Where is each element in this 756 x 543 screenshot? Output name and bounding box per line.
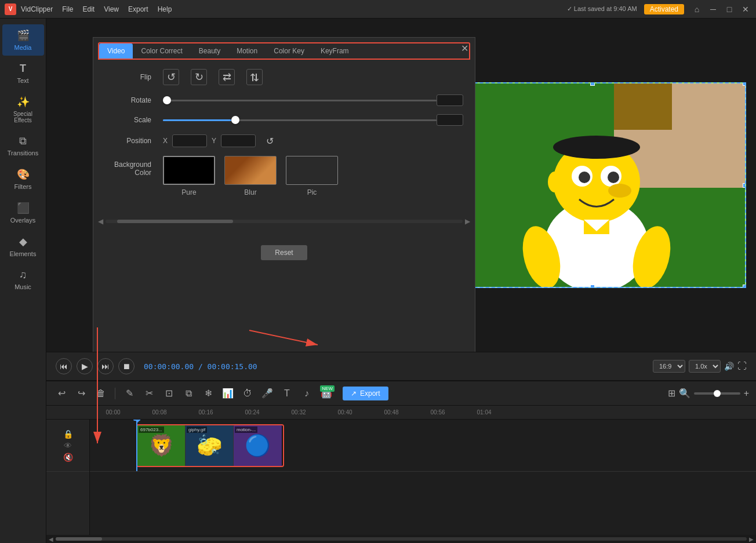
rotate-slider-thumb[interactable] [163,96,171,104]
freeze-button[interactable]: ❄ [200,385,216,402]
rotate-value-input[interactable]: 0 [437,94,463,106]
flip-horizontal-button[interactable]: ⇄ [219,69,235,85]
speed-select[interactable]: 1.0x [689,360,721,373]
pic-swatch-label: Pic [307,188,317,196]
tab-color-key[interactable]: Color Key [266,43,312,59]
tl-scroll-track[interactable] [56,537,747,541]
delete-button[interactable]: 🗑 [93,385,109,402]
position-y-input[interactable]: 0 [221,134,256,147]
undo-button[interactable]: ↩ [53,385,70,402]
music-icon: ♫ [19,269,27,281]
duplicate-button[interactable]: ⧉ [180,385,197,402]
preview-canvas [439,82,746,288]
sidebar-item-overlays[interactable]: ⬛ Overlays [2,197,44,228]
edit-button[interactable]: ✎ [121,385,137,402]
tab-motion[interactable]: Motion [228,43,266,59]
cut-button[interactable]: ✂ [141,385,157,402]
sidebar: 🎬 Media T Text ✨ Special Effects ⧉ Trans… [0,19,46,543]
sidebar-label-transitions: Transitions [8,150,38,156]
activated-badge[interactable]: Activated [644,4,684,14]
expand-icon[interactable]: ⛶ [737,361,747,371]
sidebar-item-transitions[interactable]: ⧉ Transitions [2,130,44,161]
flip-vertical-button[interactable]: ⇄ [246,69,263,85]
position-label: Position [105,137,163,145]
playhead[interactable] [136,420,137,471]
scale-slider-thumb[interactable] [231,116,239,124]
crop-button[interactable]: ⊡ [161,385,177,402]
handle-middle-right[interactable] [743,183,746,188]
reset-button[interactable]: Reset [261,245,307,260]
ai-button[interactable]: 🤖 NEW [318,385,335,402]
text-tool-button[interactable]: T [279,385,295,402]
skip-forward-button[interactable]: ⏭ [97,358,114,374]
track-eye-icon[interactable]: 👁 [64,441,72,450]
menu-help[interactable]: Help [158,5,172,13]
stop-button[interactable]: ⏹ [118,358,135,374]
tl-scroll-left[interactable]: ◀ [49,536,53,542]
tab-beauty[interactable]: Beauty [191,43,228,59]
sidebar-item-elements[interactable]: ◆ Elements [2,231,44,262]
sidebar-item-text[interactable]: T Text [2,58,44,89]
tab-keyframe[interactable]: KeyFram [312,43,357,59]
handle-top-right[interactable] [743,82,746,86]
track-mute-icon[interactable]: 🔇 [63,453,73,462]
play-button[interactable]: ▶ [77,358,93,374]
handle-bottom-right[interactable] [743,285,746,288]
menu-edit[interactable]: Edit [83,5,95,13]
menu-file[interactable]: File [62,5,73,13]
zoom-in-button[interactable]: + [744,388,749,399]
clip-item-2[interactable]: giphy.gif 🧽 [186,425,234,466]
handle-bottom-middle[interactable] [590,285,595,288]
sidebar-item-media[interactable]: 🎬 Media [2,24,44,56]
zoom-slider[interactable] [694,392,740,395]
ruler-mark-2: 00:16 [183,409,229,416]
maximize-icon[interactable]: □ [724,5,735,14]
tl-scroll-thumb[interactable] [56,537,102,541]
scale-label: Scale [105,116,163,124]
menu-export[interactable]: Export [128,5,148,13]
scroll-left-arrow[interactable]: ◀ [98,217,103,225]
skip-back-button[interactable]: ⏮ [56,358,72,374]
mic-button[interactable]: 🎤 [259,385,275,402]
position-reset-button[interactable]: ↺ [263,134,277,148]
sidebar-item-filters[interactable]: 🎨 Filters [2,163,44,195]
close-icon[interactable]: ✕ [740,5,751,14]
tab-color-correct[interactable]: Color Correct [133,43,190,59]
aspect-ratio-select[interactable]: 16:9 [653,360,685,373]
sidebar-item-special-effects[interactable]: ✨ Special Effects [2,91,44,128]
scale-slider-track [163,119,437,121]
sidebar-label-elements: Elements [10,250,37,257]
rotate-slider-track [163,100,437,101]
chart-button[interactable]: 📊 [220,385,236,402]
pure-swatch-box[interactable] [163,156,215,185]
scale-value-input[interactable]: 100 [437,114,463,126]
audio-button[interactable]: ♪ [299,385,315,402]
home-icon[interactable]: ⌂ [691,5,703,14]
scale-row: Scale 100 [105,114,463,126]
panel-scroll-track[interactable] [106,220,463,223]
blur-swatch-box[interactable] [224,156,277,185]
track-lock-icon[interactable]: 🔒 [63,429,73,439]
ruler-mark-4: 00:32 [275,409,322,416]
export-button[interactable]: ↗ Export [343,387,388,400]
handle-top-middle[interactable] [590,82,595,86]
flip-clockwise-button[interactable]: ↻ [191,69,207,85]
zoom-fit-button[interactable]: ⊞ [668,388,675,399]
clock-button[interactable]: ⏱ [239,385,256,402]
clip-item-3[interactable]: motion-... 🔵 [234,425,282,466]
position-x-input[interactable]: 50 [172,134,207,147]
redo-button[interactable]: ↪ [73,385,89,402]
minimize-icon[interactable]: ─ [707,5,719,14]
pic-swatch-box[interactable] [286,156,338,185]
panel-scroll-thumb[interactable] [117,220,233,223]
clip-item-1[interactable]: 697b023... 🦁 [137,425,186,466]
panel-close-button[interactable]: ✕ [459,42,470,54]
menu-view[interactable]: View [104,5,119,13]
flip-counterclockwise-button[interactable]: ↺ [163,69,179,85]
sidebar-item-music[interactable]: ♫ Music [2,264,44,295]
tab-video[interactable]: Video [99,43,133,59]
timeline-area: 00:00 00:08 00:16 00:24 00:32 00:40 00:4… [46,406,756,543]
zoom-out-button[interactable]: 🔍 [679,388,690,399]
tl-scroll-right[interactable]: ▶ [749,536,754,542]
scroll-right-arrow[interactable]: ▶ [465,217,470,225]
